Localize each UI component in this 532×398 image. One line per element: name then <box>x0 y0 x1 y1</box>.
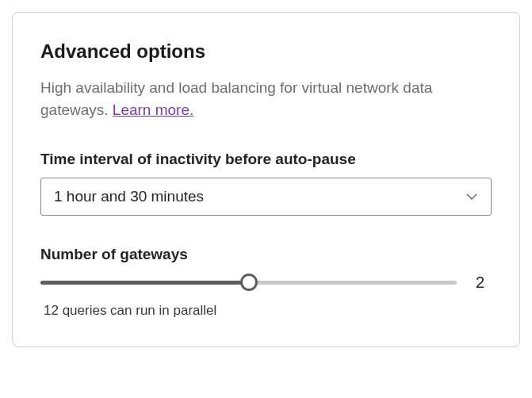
description-text: High availability and load balancing for… <box>40 79 432 118</box>
advanced-options-card: Advanced options High availability and l… <box>12 12 520 347</box>
gateways-label: Number of gateways <box>40 246 492 263</box>
gateways-slider[interactable] <box>40 273 457 292</box>
gateways-value: 2 <box>476 274 492 292</box>
section-title: Advanced options <box>40 40 492 63</box>
slider-track-fill <box>40 281 249 285</box>
time-interval-selected: 1 hour and 30 minutes <box>54 188 204 205</box>
time-interval-dropdown[interactable]: 1 hour and 30 minutes <box>40 178 492 216</box>
section-description: High availability and load balancing for… <box>40 77 492 121</box>
time-interval-label: Time interval of inactivity before auto-… <box>40 151 492 168</box>
slider-thumb[interactable] <box>240 274 258 291</box>
gateways-helper-text: 12 queries can run in parallel <box>44 303 492 319</box>
gateways-slider-row: 2 <box>40 273 492 292</box>
learn-more-link[interactable]: Learn more. <box>113 101 193 118</box>
chevron-down-icon <box>465 190 478 203</box>
